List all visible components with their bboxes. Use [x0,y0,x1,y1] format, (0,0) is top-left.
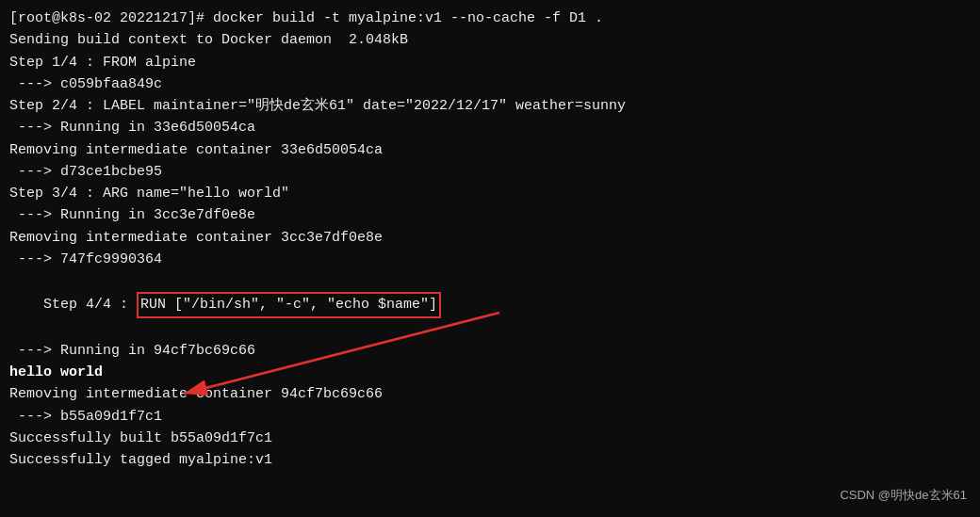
terminal-line: ---> b55a09d1f7c1 [9,406,971,428]
terminal-line: Step 3/4 : ARG name="hello world" [9,183,971,204]
terminal-line: Step 1/4 : FROM alpine [9,52,971,73]
terminal-line: ---> Running in 94cf7bc69c66 [9,340,971,362]
run-command-highlight: RUN ["/bin/sh", "-c", "echo $name"] [137,292,441,317]
watermark: CSDN @明快de玄米61 [840,487,967,504]
step-4-prefix: Step 4/4 : [43,297,137,313]
terminal-line: ---> c059bfaa849c [9,73,971,95]
terminal-line: Step 2/4 : LABEL maintainer="明快de玄米61" d… [9,95,971,117]
terminal-line: ---> Running in 3cc3e7df0e8e [9,204,971,226]
hello-world-output: hello world [9,362,971,383]
terminal-line: Sending build context to Docker daemon 2… [9,29,971,51]
terminal-window: [root@k8s-02 20221217]# docker build -t … [0,0,980,517]
terminal-line: ---> 747fc9990364 [9,249,971,270]
step-4-line: Step 4/4 : RUN ["/bin/sh", "-c", "echo $… [9,270,971,340]
terminal-line: Removing intermediate container 94cf7bc6… [9,383,971,405]
terminal-line: ---> Running in 33e6d50054ca [9,117,971,138]
terminal-line: Successfully built b55a09d1f7c1 [9,428,971,449]
terminal-line: ---> d73ce1bcbe95 [9,161,971,183]
terminal-line: Removing intermediate container 33e6d500… [9,139,971,161]
terminal-line: Removing intermediate container 3cc3e7df… [9,227,971,249]
terminal-line: Successfully tagged myalpine:v1 [9,449,971,471]
terminal-line: [root@k8s-02 20221217]# docker build -t … [9,8,971,29]
